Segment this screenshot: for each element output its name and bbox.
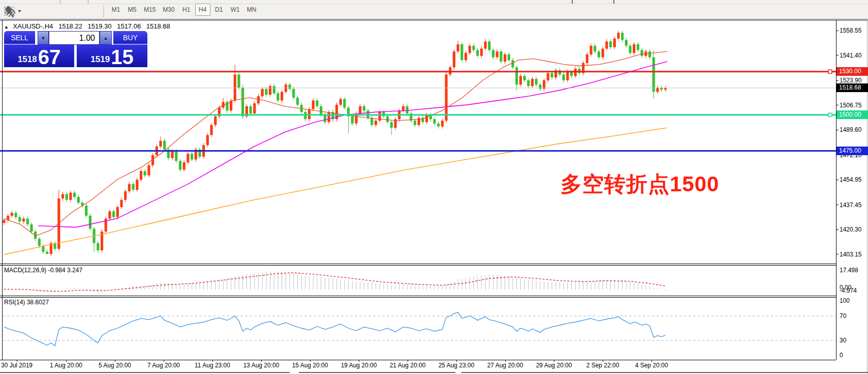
candle bbox=[621, 31, 624, 42]
panel-separator[interactable] bbox=[0, 296, 836, 296]
candle bbox=[406, 104, 409, 116]
chart-frame-top bbox=[0, 20, 868, 20]
candle bbox=[602, 46, 604, 60]
ohlc-high: 1519.30 bbox=[88, 22, 112, 30]
candle bbox=[586, 52, 588, 66]
candle bbox=[480, 46, 483, 58]
candle bbox=[508, 52, 510, 63]
time-axis-label: 25 Aug 23:00 bbox=[439, 362, 475, 369]
time-axis-label: 5 Aug 20:00 bbox=[99, 362, 131, 369]
candle bbox=[261, 87, 264, 99]
candle bbox=[363, 104, 365, 113]
panel-separator[interactable] bbox=[0, 265, 836, 266]
candle bbox=[570, 70, 573, 78]
candle bbox=[50, 241, 52, 256]
candle bbox=[613, 37, 616, 49]
rsi-axis-label: 0 bbox=[840, 352, 843, 359]
buy-price-display[interactable]: 1519 15 bbox=[77, 45, 147, 67]
timeframe-button-h4[interactable]: H4 bbox=[195, 4, 210, 16]
sell-price-display[interactable]: 1518 67 bbox=[4, 45, 74, 67]
dropdown-caret-icon bbox=[18, 10, 21, 12]
time-axis-label: 13 Aug 20:00 bbox=[243, 362, 280, 369]
candle bbox=[598, 49, 600, 60]
candle bbox=[108, 209, 111, 221]
candle bbox=[214, 114, 216, 127]
rsi-chart[interactable] bbox=[0, 297, 836, 360]
candle bbox=[515, 65, 518, 91]
price-badge-1475.00: 1475.00 bbox=[836, 147, 868, 155]
candle bbox=[11, 211, 13, 218]
buy-price-pips: 15 bbox=[111, 47, 134, 67]
candle bbox=[132, 182, 135, 192]
candle bbox=[316, 98, 318, 108]
candle bbox=[394, 117, 396, 130]
candle bbox=[370, 116, 373, 127]
timeframe-group: M1M5M15M30H1H4D1W1MN bbox=[108, 4, 260, 16]
time-axis-label: 7 Aug 20:00 bbox=[147, 362, 180, 369]
timeframe-button-h1[interactable]: H1 bbox=[179, 4, 194, 16]
one-click-trade-panel: SELL ▼ ▲ BUY 1518 67 1519 15 bbox=[4, 31, 147, 67]
panel-separator[interactable] bbox=[0, 297, 836, 298]
candle bbox=[390, 120, 393, 135]
panel-separator[interactable] bbox=[0, 264, 836, 264]
candle bbox=[97, 241, 99, 253]
time-axis-label: 15 Aug 20:00 bbox=[292, 362, 328, 369]
fibonacci-icon[interactable]: F bbox=[21, 5, 35, 18]
candle bbox=[328, 110, 330, 124]
timeframe-button-m5[interactable]: M5 bbox=[125, 4, 140, 16]
candle bbox=[347, 105, 350, 133]
resistance-line-1530-handle[interactable] bbox=[828, 70, 832, 73]
time-axis-label: 11 Aug 23:00 bbox=[195, 362, 230, 369]
buy-price-base: 1519 bbox=[90, 54, 110, 65]
candle bbox=[42, 244, 44, 254]
candle bbox=[472, 44, 475, 52]
volume-increase-button[interactable]: ▲ bbox=[100, 31, 112, 45]
rsi-line bbox=[4, 312, 665, 346]
volume-input[interactable] bbox=[49, 31, 100, 45]
candle bbox=[124, 189, 127, 202]
buy-button[interactable]: BUY bbox=[113, 31, 147, 45]
macd-label: MACD(12,26,9) -0.984 3.247 bbox=[4, 267, 82, 274]
sell-button[interactable]: SELL bbox=[4, 31, 35, 45]
price-axis-label: 1403.15 bbox=[840, 251, 861, 258]
candle bbox=[590, 44, 592, 57]
timeframe-button-mn[interactable]: MN bbox=[244, 4, 260, 16]
timeframe-button-m15[interactable]: M15 bbox=[141, 4, 159, 16]
volume-decrease-button[interactable]: ▼ bbox=[38, 31, 49, 45]
candle bbox=[206, 133, 209, 147]
candle bbox=[159, 136, 162, 149]
candle bbox=[637, 42, 639, 52]
time-axis-label: 29 Aug 20:00 bbox=[536, 362, 572, 369]
shapes-icon[interactable] bbox=[76, 5, 96, 18]
candle bbox=[241, 84, 244, 119]
rsi-axis-label: 70 bbox=[840, 312, 846, 320]
candle bbox=[105, 216, 107, 234]
collapse-triangle-icon[interactable]: ▲ bbox=[4, 24, 9, 30]
chart-annotation-text[interactable]: 多空转折点1500 bbox=[561, 170, 719, 198]
candle bbox=[476, 48, 479, 58]
candle bbox=[484, 39, 487, 51]
candle bbox=[281, 90, 283, 103]
candle bbox=[453, 49, 455, 70]
candle bbox=[179, 159, 181, 172]
timeframe-button-m1[interactable]: M1 bbox=[108, 4, 123, 16]
candle bbox=[147, 163, 150, 178]
candle bbox=[402, 104, 405, 113]
candle bbox=[167, 148, 170, 160]
candle bbox=[457, 41, 459, 53]
macd-chart[interactable] bbox=[0, 265, 836, 296]
candle bbox=[66, 192, 68, 202]
timeframe-button-w1[interactable]: W1 bbox=[228, 4, 243, 16]
moving-average-medium-magenta bbox=[38, 62, 667, 227]
candle bbox=[539, 82, 541, 91]
text-tool-icon[interactable]: A bbox=[40, 5, 53, 18]
bottom-tab-edge bbox=[461, 372, 868, 373]
candle bbox=[531, 77, 534, 89]
timeframe-button-d1[interactable]: D1 bbox=[211, 4, 227, 16]
timeframe-button-m30[interactable]: M30 bbox=[160, 4, 177, 16]
toolbar-handle-tick bbox=[60, 0, 60, 4]
toolbar-handle-tick bbox=[613, 0, 614, 4]
pivot-line-1500-handle[interactable] bbox=[828, 113, 832, 117]
text-label-icon[interactable]: T bbox=[58, 5, 71, 18]
candle bbox=[527, 78, 530, 89]
